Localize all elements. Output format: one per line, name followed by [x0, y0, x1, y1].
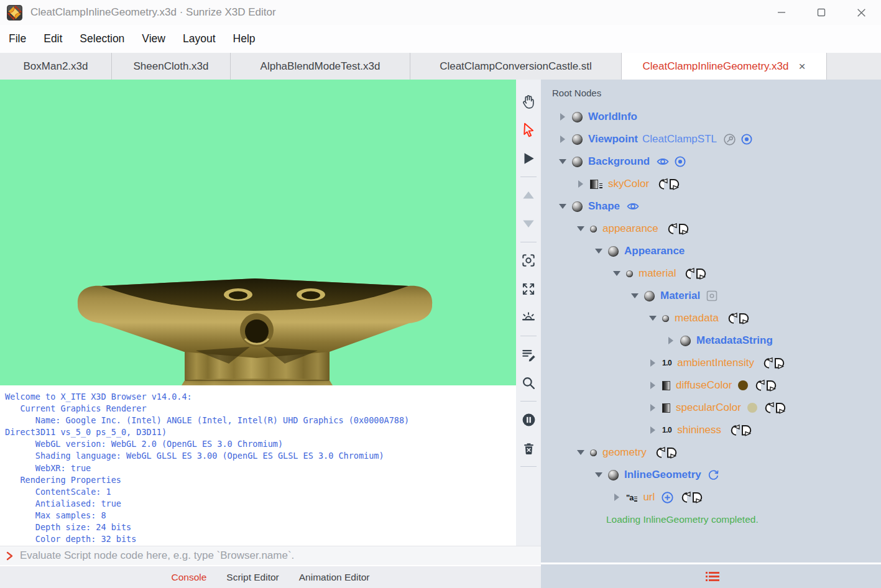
tab-SheenCloth.x3d[interactable]: SheenCloth.x3d — [112, 53, 231, 80]
tree-row-geometry[interactable]: geometry — [541, 441, 881, 464]
node-label-InlineGeometry[interactable]: InlineGeometry — [624, 469, 701, 481]
wrench-icon[interactable] — [723, 133, 736, 146]
field-label-ambientIntensity[interactable]: ambientIntensity — [677, 357, 754, 369]
close-button[interactable] — [841, 0, 881, 25]
field-label-specularColor[interactable]: specularColor — [676, 402, 741, 414]
expand-arrow-icon[interactable] — [647, 359, 658, 367]
visibility-eye-icon[interactable] — [626, 201, 640, 212]
clear-console-button[interactable] — [518, 434, 539, 462]
route-connector-icons[interactable] — [682, 267, 708, 280]
viewpoint-target-icon[interactable] — [674, 155, 686, 168]
collapse-arrow-icon[interactable] — [629, 293, 640, 298]
center-view-button[interactable] — [518, 246, 539, 275]
route-connector-icons[interactable] — [655, 178, 681, 191]
tree-row-metadata[interactable]: metadata — [541, 307, 881, 329]
node-list-icon[interactable] — [706, 571, 719, 582]
expand-arrow-icon[interactable] — [647, 382, 658, 389]
menu-file[interactable]: File — [2, 32, 32, 45]
straighten-horizon-button[interactable] — [518, 303, 539, 332]
field-label-geometry[interactable]: geometry — [602, 446, 647, 459]
tree-row-WorldInfo[interactable]: WorldInfo — [541, 106, 881, 128]
collapse-arrow-icon[interactable] — [557, 204, 568, 209]
field-label-appearance[interactable]: appearance — [602, 223, 658, 235]
node-label-MetadataString[interactable]: MetadataString — [696, 334, 773, 347]
route-connector-icons[interactable] — [762, 402, 788, 415]
menu-view[interactable]: View — [136, 32, 172, 45]
tab-CleatClampInlineGeometry.x3d[interactable]: CleatClampInlineGeometry.x3d× — [622, 53, 827, 80]
expand-arrow-icon[interactable] — [611, 494, 622, 501]
search-button[interactable] — [518, 369, 539, 397]
color-swatch[interactable] — [747, 403, 757, 413]
tree-row-Background[interactable]: Background — [541, 150, 881, 173]
collapse-arrow-icon[interactable] — [647, 316, 658, 321]
field-label-diffuseColor[interactable]: diffuseColor — [676, 379, 732, 392]
maximize-button[interactable] — [801, 0, 841, 25]
collapse-arrow-icon[interactable] — [611, 271, 622, 276]
field-label-shininess[interactable]: shininess — [677, 424, 721, 436]
panel-tab-animation-editor[interactable]: Animation Editor — [299, 572, 370, 583]
color-swatch[interactable] — [738, 380, 748, 390]
menu-edit[interactable]: Edit — [37, 32, 68, 45]
expand-arrow-icon[interactable] — [557, 136, 568, 143]
expand-arrow-icon[interactable] — [647, 426, 658, 434]
script-input[interactable] — [19, 549, 541, 563]
node-label-Viewpoint[interactable]: Viewpoint — [588, 133, 638, 145]
viewpoint-target-icon[interactable] — [740, 133, 753, 145]
field-label-material[interactable]: material — [639, 267, 676, 280]
panel-tab-script-editor[interactable]: Script Editor — [226, 572, 279, 583]
select-tool-button[interactable] — [518, 116, 539, 144]
collapse-arrow-icon[interactable] — [593, 472, 604, 477]
field-label-skyColor[interactable]: skyColor — [608, 178, 649, 190]
tab-close-icon[interactable]: × — [798, 60, 805, 72]
node-label-Shape[interactable]: Shape — [588, 200, 620, 213]
tree-row-material[interactable]: material — [541, 262, 881, 285]
tab-CleatClampConversionCastle.stl[interactable]: CleatClampConversionCastle.stl — [410, 53, 622, 80]
tab-BoxMan2.x3d[interactable]: BoxMan2.x3d — [0, 53, 112, 80]
collapse-arrow-icon[interactable] — [557, 159, 568, 164]
reload-icon[interactable] — [708, 469, 719, 481]
route-connector-icons[interactable] — [678, 491, 704, 504]
minimize-button[interactable] — [762, 0, 801, 25]
tree-row-MetadataString[interactable]: MetadataString — [541, 329, 881, 352]
expand-arrow-icon[interactable] — [557, 113, 568, 121]
play-button[interactable] — [518, 144, 539, 173]
collapse-arrow-icon[interactable] — [593, 249, 604, 254]
tree-row-Shape[interactable]: Shape — [541, 195, 881, 218]
visibility-eye-icon[interactable] — [656, 156, 670, 167]
tree-row-appearance[interactable]: appearance — [541, 218, 881, 240]
tree-row-ambientIntensity[interactable]: 1.0ambientIntensity — [541, 352, 881, 374]
fit-view-button[interactable] — [518, 275, 539, 303]
field-label-metadata[interactable]: metadata — [675, 312, 719, 324]
add-item-icon[interactable] — [661, 491, 674, 504]
pan-tool-button[interactable] — [518, 87, 539, 116]
expand-arrow-icon[interactable] — [575, 180, 586, 188]
route-connector-icons[interactable] — [752, 379, 778, 392]
panel-tab-console[interactable]: Console — [171, 572, 206, 583]
field-label-url[interactable]: url — [643, 491, 655, 503]
route-connector-icons[interactable] — [727, 424, 754, 437]
pause-button[interactable] — [518, 405, 539, 434]
tree-row-diffuseColor[interactable]: diffuseColor — [541, 374, 881, 397]
tree-row-Material[interactable]: Material — [541, 285, 881, 307]
expand-arrow-icon[interactable] — [665, 337, 676, 344]
tree-row-Appearance[interactable]: Appearance — [541, 240, 881, 262]
node-label-Material[interactable]: Material — [660, 290, 700, 302]
menu-layout[interactable]: Layout — [177, 32, 222, 45]
route-connector-icons[interactable] — [653, 446, 679, 459]
collapse-arrow-icon[interactable] — [575, 226, 586, 231]
tree-row-Viewpoint[interactable]: ViewpointCleatClampSTL — [541, 128, 881, 150]
tree-row-skyColor[interactable]: skyColor — [541, 173, 881, 195]
tab-AlphaBlendModeTest.x3d[interactable]: AlphaBlendModeTest.x3d — [231, 53, 410, 80]
node-label-Appearance[interactable]: Appearance — [624, 245, 685, 257]
route-connector-icons[interactable] — [760, 357, 786, 370]
edit-source-button[interactable] — [518, 340, 539, 369]
material-badge-icon[interactable] — [706, 290, 717, 301]
menu-help[interactable]: Help — [227, 32, 262, 45]
node-label-WorldInfo[interactable]: WorldInfo — [588, 111, 637, 123]
tree-row-InlineGeometry[interactable]: InlineGeometry — [541, 464, 881, 486]
console-output[interactable]: Welcome to X_ITE X3D Browser v14.0.4: Cu… — [0, 385, 516, 546]
node-label-Background[interactable]: Background — [588, 155, 650, 168]
x3d-viewport[interactable] — [0, 80, 516, 385]
menu-selection[interactable]: Selection — [73, 32, 131, 45]
route-connector-icons[interactable] — [725, 312, 751, 325]
